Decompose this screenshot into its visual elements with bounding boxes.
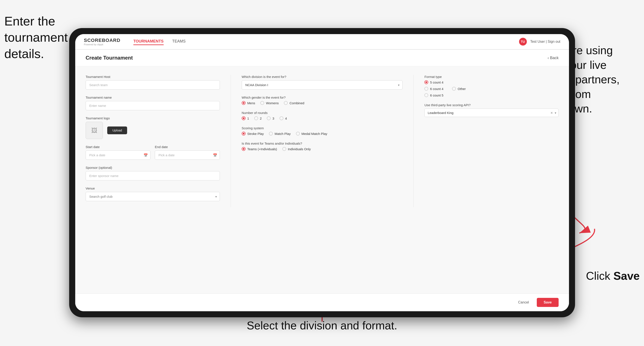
gender-radio-group: Mens Womens Combined (242, 101, 403, 105)
back-link[interactable]: ‹ Back (548, 56, 558, 60)
page-header: Create Tournament ‹ Back (75, 50, 569, 66)
live-scoring-clear[interactable]: ✕ (550, 111, 553, 115)
sponsor-group: Sponsor (optional) (86, 166, 220, 180)
live-scoring-chevron[interactable]: ▾ (555, 111, 556, 115)
venue-label: Venue (86, 186, 220, 190)
rounds-3-label: 3 (272, 117, 274, 120)
nav-teams[interactable]: TEAMS (172, 38, 186, 45)
tournament-host-input[interactable] (86, 80, 220, 90)
logo-placeholder: 🖼 (86, 122, 103, 139)
rounds-4-radio[interactable] (280, 116, 284, 120)
rounds-4[interactable]: 4 (280, 116, 287, 120)
rounds-1-radio[interactable] (242, 116, 246, 120)
individuals-only[interactable]: Individuals Only (282, 147, 311, 151)
gender-mens-radio[interactable] (242, 101, 246, 105)
tournament-host-label: Tournament Host (86, 75, 220, 79)
rounds-3-radio[interactable] (267, 116, 271, 120)
gender-group: Which gender is the event for? Mens Wome… (242, 96, 403, 105)
scoring-match-radio[interactable] (269, 132, 273, 136)
scoring-match[interactable]: Match Play (269, 132, 290, 136)
calendar-icon-end: 📅 (213, 153, 217, 157)
create-tournament-form: Tournament Host Tournament name Tourname… (75, 66, 569, 293)
rounds-radio-group: 1 2 3 (242, 116, 403, 120)
gender-label: Which gender is the event for? (242, 96, 403, 99)
format-5count4-radio[interactable] (424, 80, 428, 84)
format-type-group: Format type 5 count 4 (424, 75, 558, 97)
gender-mens[interactable]: Mens (242, 101, 255, 105)
scoring-stroke[interactable]: Stroke Play (242, 132, 264, 136)
nav-tournaments[interactable]: TOURNAMENTS (134, 38, 164, 45)
format-type-label: Format type (424, 75, 558, 79)
save-button[interactable]: Save (537, 298, 558, 307)
tablet-frame: SCOREBOARD Powered by clippit TOURNAMENT… (69, 28, 575, 317)
logo-text: SCOREBOARD (84, 37, 120, 43)
format-6count4-label: 6 count 4 (430, 87, 444, 91)
start-date-wrapper: 📅 (86, 151, 150, 160)
teams-label: Is this event for Teams and/or Individua… (242, 142, 403, 145)
rounds-2-label: 2 (260, 117, 262, 120)
end-date-input[interactable] (155, 151, 220, 160)
navbar: SCOREBOARD Powered by clippit TOURNAMENT… (75, 34, 569, 50)
tournament-name-group: Tournament name (86, 96, 220, 110)
tournament-host-group: Tournament Host (86, 75, 220, 90)
format-6count5[interactable]: 6 count 5 (424, 93, 444, 97)
teams-plus-individuals-radio[interactable] (242, 147, 246, 151)
format-other-radio[interactable] (452, 87, 456, 91)
rounds-1[interactable]: 1 (242, 116, 249, 120)
rounds-2[interactable]: 2 (254, 116, 262, 120)
gender-womens-radio[interactable] (260, 101, 264, 105)
form-footer: Cancel Save (75, 293, 569, 311)
nav-links: TOURNAMENTS TEAMS (134, 38, 519, 45)
rounds-3[interactable]: 3 (267, 116, 274, 120)
tournament-logo-label: Tournament logo (86, 116, 220, 120)
gender-combined-radio[interactable] (284, 101, 288, 105)
format-other[interactable]: Other (452, 87, 466, 91)
rounds-2-radio[interactable] (254, 116, 258, 120)
venue-select-wrapper (86, 192, 220, 201)
start-date-input[interactable] (86, 151, 150, 160)
annotation-enter-details: Enter the tournament details. (4, 13, 68, 62)
sponsor-input[interactable] (86, 171, 220, 180)
scoring-stroke-radio[interactable] (242, 132, 246, 136)
division-select[interactable]: NCAA Division I (242, 80, 403, 90)
scoring-medal-match[interactable]: Medal Match Play (296, 132, 327, 136)
form-middle-col: Which division is the event for? NCAA Di… (242, 75, 403, 207)
gender-womens[interactable]: Womens (260, 101, 279, 105)
scoring-radio-group: Stroke Play Match Play Medal Match Play (242, 132, 403, 136)
individuals-only-label: Individuals Only (288, 147, 311, 151)
scoring-stroke-label: Stroke Play (247, 132, 264, 136)
scoring-medal-match-radio[interactable] (296, 132, 300, 136)
divider-2 (413, 75, 414, 207)
teams-plus-individuals-label: Teams (+Individuals) (247, 147, 277, 151)
start-date-group: Start date 📅 (86, 145, 150, 160)
annotation-select-division: Select the division and format. (247, 318, 397, 333)
individuals-only-radio[interactable] (282, 147, 286, 151)
rounds-1-label: 1 (247, 117, 249, 120)
upload-button[interactable]: Upload (107, 127, 127, 134)
format-6count4-radio[interactable] (424, 87, 428, 91)
tournament-logo-group: Tournament logo 🖼 Upload (86, 116, 220, 139)
teams-radio-group: Teams (+Individuals) Individuals Only (242, 147, 403, 151)
format-5count4[interactable]: 5 count 4 (424, 80, 444, 84)
logo-upload-area: 🖼 Upload (86, 122, 220, 139)
main-content: Create Tournament ‹ Back Tournament Host (75, 50, 569, 311)
format-6count5-radio[interactable] (424, 93, 428, 97)
rounds-4-label: 4 (285, 117, 287, 120)
tournament-name-input[interactable] (86, 101, 220, 110)
live-scoring-input-wrapper: Leaderboard King ✕ ▾ (424, 109, 558, 117)
user-label[interactable]: Test User | Sign out (530, 40, 560, 44)
date-row: Start date 📅 End date 📅 (86, 145, 220, 166)
tablet-screen: SCOREBOARD Powered by clippit TOURNAMENT… (75, 34, 569, 311)
form-right-col: Format type 5 count 4 (424, 75, 558, 207)
venue-select[interactable] (86, 192, 220, 201)
annotation-click-save: Click Save (586, 269, 640, 283)
live-scoring-group: Use third-party live scoring API? Leader… (424, 103, 558, 117)
logo-sub: Powered by clippit (84, 43, 120, 46)
scoring-label: Scoring system (242, 126, 403, 130)
format-6count4[interactable]: 6 count 4 (424, 87, 444, 91)
gender-combined[interactable]: Combined (284, 101, 304, 105)
sponsor-label: Sponsor (optional) (86, 166, 220, 170)
teams-plus-individuals[interactable]: Teams (+Individuals) (242, 147, 277, 151)
end-date-wrapper: 📅 (155, 151, 220, 160)
cancel-button[interactable]: Cancel (514, 298, 533, 307)
